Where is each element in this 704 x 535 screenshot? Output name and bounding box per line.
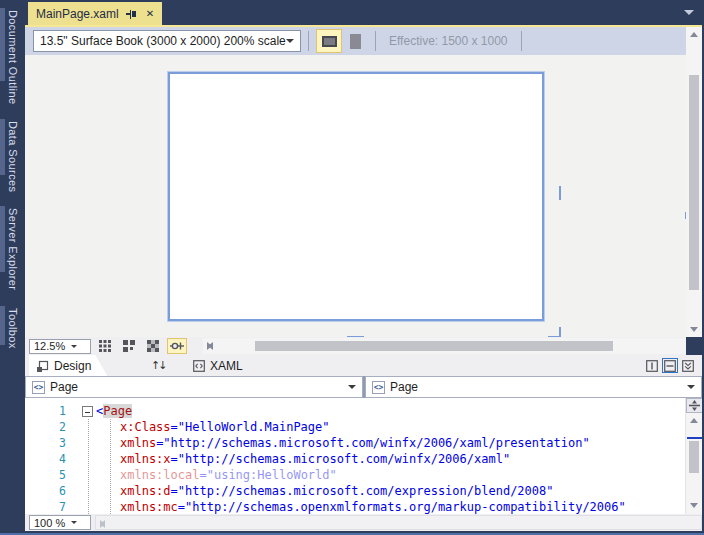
chevron-down-icon [71,345,77,348]
split-grip-icon [688,400,701,411]
xaml-tab-label: XAML [210,359,243,373]
code-line[interactable]: 2x:Class="HelloWorld.MainPage" [25,419,685,435]
sidebar-item-label: Data Sources [7,121,19,192]
portrait-icon [350,34,361,49]
xml-element-icon: <> [32,381,45,394]
xaml-code-editor[interactable]: 1<Page2x:Class="HelloWorld.MainPage"3xml… [25,398,702,514]
vertical-split-button[interactable] [644,358,660,373]
scrollbar-thumb[interactable] [689,441,699,473]
sidebar-item-label: Server Explorer [7,208,19,290]
scroll-down-icon[interactable] [690,327,698,332]
sidebar-item-document-outline[interactable]: Document Outline [0,8,25,112]
selection-tick-corner [548,327,561,337]
sidebar-tab-accent [0,119,5,175]
tab-design-view[interactable]: Design [29,355,107,376]
editor-vertical-scrollbar[interactable] [685,398,702,514]
scrollbar-thumb[interactable] [689,75,699,290]
scrollbar-thumb[interactable] [255,341,613,351]
toolbar-separator [375,31,376,51]
chevron-down-icon [687,385,695,389]
sidebar-item-server-explorer[interactable]: Server Explorer [0,206,25,300]
editor-zoom-value: 100 % [34,517,65,529]
editor-horizontal-scrollbar[interactable] [95,515,702,530]
snap-to-grid-button[interactable] [119,338,139,354]
sidebar-tab-accent [0,206,5,272]
code-line[interactable]: 7xmlns:mc="http://schemas.openxmlformats… [25,499,685,514]
code-text: x:Class="HelloWorld.MainPage" [120,419,330,435]
landscape-orientation-button[interactable] [316,29,342,53]
design-element-value: Page [50,380,343,394]
code-text: xmlns:x="http://schemas.microsoft.com/wi… [120,451,510,467]
caret-position-marker [687,437,702,439]
fold-scope-guide [88,419,89,514]
line-number: 7 [25,499,66,514]
snap-to-snaplines-button[interactable] [167,338,187,354]
collapse-pane-button[interactable] [680,358,696,373]
horizontal-split-button[interactable] [662,358,678,373]
code-line[interactable]: 3xmlns="http://schemas.microsoft.com/win… [25,435,685,451]
design-zoom-select[interactable]: 12.5% [29,339,91,354]
document-tabstrip: MainPage.xaml ✕ [25,0,704,25]
line-number: 3 [25,435,66,451]
swap-arrows-icon: ↑↓ [151,359,165,372]
code-text: xmlns:d="http://schemas.microsoft.com/ex… [120,483,553,499]
xml-element-icon: <> [372,381,385,394]
sidebar-tab-accent [0,8,5,81]
designer-toolbar: 13.5" Surface Book (3000 x 2000) 200% sc… [25,27,686,55]
document-tab-mainpage[interactable]: MainPage.xaml ✕ [28,2,162,25]
grid-icon [99,340,111,352]
chevron-down-icon [286,39,294,43]
show-grid-button[interactable] [95,338,115,354]
xaml-view-icon [193,360,205,372]
snap-grid-icon [123,340,135,352]
checkerboard-icon [147,340,159,352]
design-surface[interactable] [25,55,686,337]
code-text: <Page [96,403,132,419]
toolbar-separator [521,31,522,51]
swap-panes-button[interactable]: ↑↓ [141,355,175,376]
scroll-up-icon[interactable] [690,418,698,423]
toggle-artboard-background-button[interactable] [143,338,163,354]
tab-list-dropdown-icon[interactable] [684,10,694,15]
code-line[interactable]: 4xmlns:x="http://schemas.microsoft.com/w… [25,451,685,467]
code-text: xmlns:mc="http://schemas.openxmlformats.… [120,499,626,514]
line-number: 6 [25,483,66,499]
design-element-dropdown[interactable]: <> Page [25,376,363,398]
visual-studio-window: Document OutlineData SourcesServer Explo… [0,0,704,535]
snaplines-icon [170,340,184,352]
xaml-page-artboard[interactable] [168,72,544,321]
design-zoom-value: 12.5% [34,340,65,352]
scroll-up-icon[interactable] [690,32,698,37]
code-lines: 1<Page2x:Class="HelloWorld.MainPage"3xml… [25,403,685,514]
element-navigator-row: <> Page <> Page [25,376,702,398]
pin-icon[interactable] [126,8,139,20]
view-split-bar: Design ↑↓ XAML [25,355,702,376]
horizontal-split-icon [664,360,676,372]
document-tab-title: MainPage.xaml [36,7,119,21]
editor-zoom-select[interactable]: 100 % [29,515,91,530]
sidebar-item-toolbox[interactable]: Toolbox [0,306,25,362]
scroll-down-icon[interactable] [690,503,698,508]
code-line[interactable]: 1<Page [25,403,685,419]
sidebar-item-data-sources[interactable]: Data Sources [0,119,25,199]
line-number: 1 [25,403,66,419]
editor-split-handle[interactable] [686,398,702,413]
device-preview-select[interactable]: 13.5" Surface Book (3000 x 2000) 200% sc… [33,30,301,52]
design-vertical-scrollbar[interactable] [686,27,702,337]
design-view-icon [37,360,49,372]
window-bottom-frame [0,531,704,535]
code-line[interactable]: 6xmlns:d="http://schemas.microsoft.com/e… [25,483,685,499]
selection-tick-right [559,186,561,200]
tab-xaml-view[interactable]: XAML [183,355,253,376]
xaml-element-dropdown[interactable]: <> Page [365,376,702,398]
code-line[interactable]: 5xmlns:local="using:HelloWorld" [25,467,685,483]
design-horizontal-scrollbar[interactable] [203,338,686,354]
code-text: xmlns:local="using:HelloWorld" [120,467,337,483]
toolbar-separator [308,31,309,51]
scroll-right-icon[interactable] [207,342,212,350]
fold-collapse-icon[interactable] [82,406,93,417]
chevron-down-icon [348,385,356,389]
portrait-orientation-button[interactable] [342,29,368,53]
scroll-right-icon[interactable] [100,520,105,528]
close-icon[interactable]: ✕ [146,8,154,20]
